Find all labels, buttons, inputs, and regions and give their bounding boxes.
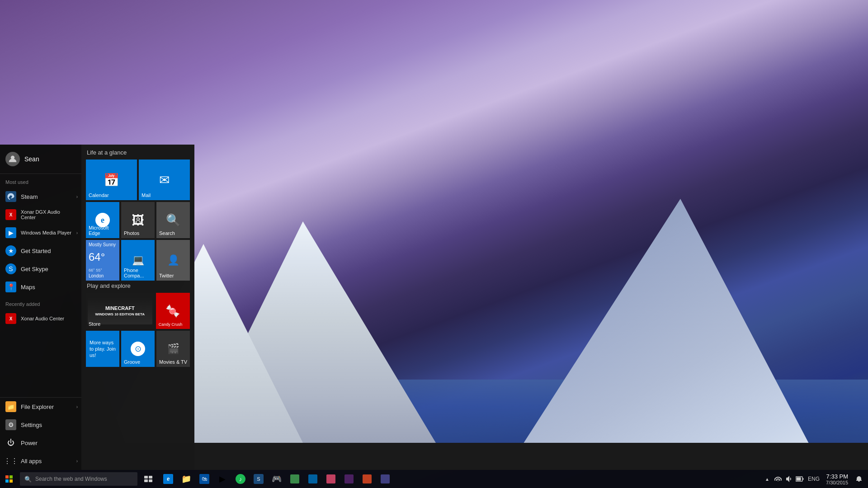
steam-icon <box>5 191 16 202</box>
taskbar-app12[interactable] <box>358 470 376 488</box>
steam-taskbar-icon: S <box>254 474 264 484</box>
taskbar-spotify[interactable]: ♪ <box>231 470 250 488</box>
xonar-audio-label: Xonar Audio Center <box>21 316 64 321</box>
app-item-xonar-dgx[interactable]: X Xonar DGX Audio Center <box>0 206 81 224</box>
tile-weather[interactable]: Mostly Sunny 64° 66° 55° London <box>86 240 119 281</box>
start-menu: Sean Most used Steam › X Xonar DGX Audio… <box>0 145 194 470</box>
twitter-label: Twitter <box>159 273 174 278</box>
play-explore-label: Play and explore <box>86 282 190 289</box>
app-item-maps[interactable]: 📍 Maps <box>0 278 81 296</box>
battery-tray-icon[interactable] <box>794 470 805 488</box>
xonar-dgx-icon: X <box>5 209 16 220</box>
xonar-dgx-label: Xonar DGX Audio Center <box>21 209 76 220</box>
taskbar-search-bar[interactable]: 🔍 Search the web and Windows <box>20 472 137 486</box>
language-indicator[interactable]: ENG <box>805 476 822 482</box>
power-label: Power <box>21 440 38 446</box>
svg-rect-7 <box>144 479 148 482</box>
taskbar-app8[interactable] <box>286 470 304 488</box>
tile-store[interactable]: MINECRAFTWINDOWS 10 EDITION BETA Store <box>86 293 154 329</box>
tile-edge[interactable]: e Microsoft Edge <box>86 202 119 238</box>
taskbar-explorer[interactable]: 📁 <box>177 470 195 488</box>
app-item-settings[interactable]: ⚙ Settings <box>0 416 81 434</box>
tile-search[interactable]: 🔍 Search <box>156 202 190 238</box>
skype-label: Get Skype <box>21 266 48 272</box>
photos-label: Photos <box>124 230 139 236</box>
taskbar-app-icons: e 📁 🛍 ▶ ♪ <box>159 470 394 488</box>
store-label: Store <box>89 321 100 327</box>
mail-icon: ✉ <box>159 173 170 188</box>
search-tile-label: Search <box>159 230 175 236</box>
svg-rect-2 <box>9 475 13 479</box>
taskbar-edge[interactable]: e <box>159 470 177 488</box>
weather-condition: Mostly Sunny <box>89 242 116 247</box>
candy-label: Candy Crush <box>159 322 183 327</box>
tile-mail[interactable]: ✉ Mail <box>139 160 190 200</box>
tile-calendar[interactable]: 📅 Calendar <box>86 160 137 200</box>
start-bottom-items: 📁 File Explorer › ⚙ Settings ⏻ Power <box>0 397 81 470</box>
tile-candy[interactable]: 🍬 Candy Crush <box>156 293 190 329</box>
volume-tray-icon[interactable] <box>783 470 794 488</box>
mountain-right <box>506 199 823 470</box>
tiles-row-2: e Microsoft Edge 🖼 Photos 🔍 Search <box>86 202 190 238</box>
tiles-row-5: More ways to play. Join us! ⊙ Groove 🎬 M… <box>86 331 190 367</box>
movies-label: Movies & TV <box>159 359 187 365</box>
user-avatar <box>5 152 20 166</box>
taskbar-wmp[interactable]: ▶ <box>213 470 231 488</box>
app-item-wmp[interactable]: ▶ Windows Media Player › <box>0 224 81 242</box>
task-view-button[interactable] <box>139 470 157 488</box>
start-button[interactable] <box>0 470 18 488</box>
app-item-steam[interactable]: Steam › <box>0 188 81 206</box>
expand-tray-button[interactable]: ▲ <box>762 470 773 488</box>
settings-icon: ⚙ <box>5 419 16 430</box>
app-item-xonar-audio[interactable]: X Xonar Audio Center <box>0 310 81 328</box>
taskbar: 🔍 Search the web and Windows e 📁 <box>0 470 868 488</box>
wmp-icon: ▶ <box>5 227 16 238</box>
maps-label: Maps <box>21 284 35 291</box>
taskbar-app9[interactable] <box>304 470 322 488</box>
user-name: Sean <box>24 155 39 163</box>
clock-date: 7/30/2015 <box>826 480 848 485</box>
edge-label: Microsoft Edge <box>89 225 119 236</box>
wmp-arrow: › <box>76 230 78 235</box>
tile-twitter[interactable]: 👤 Twitter <box>156 240 190 281</box>
weather-temp: 64° <box>89 251 105 263</box>
taskbar-app11[interactable] <box>340 470 358 488</box>
tiles-row-4: MINECRAFTWINDOWS 10 EDITION BETA Store 🍬… <box>86 293 190 329</box>
get-started-label: Get Started <box>21 248 51 254</box>
app11-icon <box>344 474 354 483</box>
edge-taskbar-icon: e <box>163 474 173 484</box>
tile-phone[interactable]: 💻 Phone Compa... <box>121 240 155 281</box>
app-item-skype[interactable]: S Get Skype <box>0 260 81 278</box>
network-tray-icon[interactable] <box>773 470 783 488</box>
photos-icon: 🖼 <box>132 213 144 228</box>
taskbar-steam[interactable]: S <box>250 470 268 488</box>
user-section[interactable]: Sean <box>0 145 81 174</box>
svg-rect-6 <box>149 476 152 479</box>
svg-rect-4 <box>9 479 13 483</box>
app-item-file-explorer[interactable]: 📁 File Explorer › <box>0 398 81 416</box>
start-menu-tiles-panel: Life at a glance 📅 Calendar ✉ Mail e <box>81 145 194 470</box>
taskbar-store[interactable]: 🛍 <box>195 470 213 488</box>
taskbar-game[interactable]: 🎮 <box>268 470 286 488</box>
app-item-all-apps[interactable]: ⋮⋮ All apps › <box>0 452 81 470</box>
tile-photos[interactable]: 🖼 Photos <box>121 202 155 238</box>
tile-more-ways[interactable]: More ways to play. Join us! <box>86 331 119 367</box>
app8-icon <box>290 474 299 483</box>
weather-city: London <box>89 273 104 278</box>
search-bar-icon: 🔍 <box>24 476 32 483</box>
all-apps-arrow: › <box>76 459 78 464</box>
svg-rect-10 <box>803 478 804 480</box>
notification-button[interactable] <box>852 470 866 488</box>
recently-added-label: Recently added <box>0 296 81 310</box>
app12-icon <box>363 474 372 483</box>
app-item-power[interactable]: ⏻ Power <box>0 434 81 452</box>
taskbar-app10[interactable] <box>322 470 340 488</box>
clock[interactable]: 7:33 PM 7/30/2015 <box>822 473 852 485</box>
tiles-row-1: 📅 Calendar ✉ Mail <box>86 160 190 200</box>
app-item-get-started[interactable]: ★ Get Started <box>0 242 81 260</box>
tile-movies[interactable]: 🎬 Movies & TV <box>156 331 190 367</box>
clock-time: 7:33 PM <box>826 473 848 480</box>
tiles-row-3: Mostly Sunny 64° 66° 55° London 💻 Phone … <box>86 240 190 281</box>
tile-groove[interactable]: ⊙ Groove <box>121 331 155 367</box>
taskbar-app13[interactable] <box>376 470 394 488</box>
